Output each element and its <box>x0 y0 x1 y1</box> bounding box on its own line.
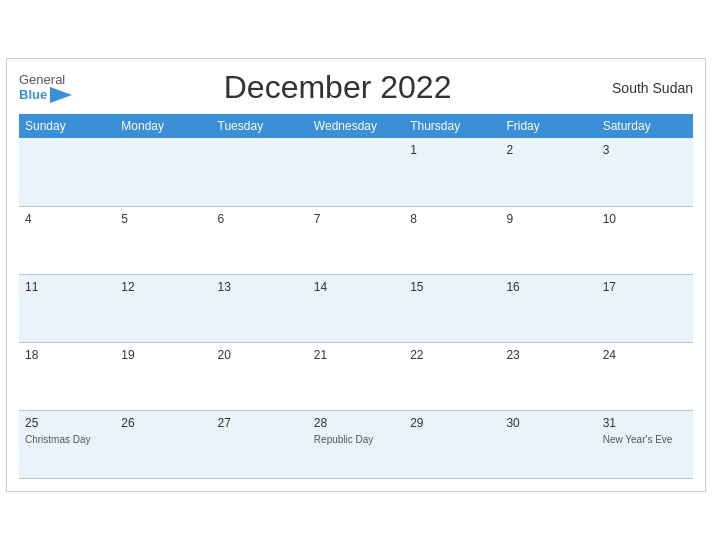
day-number: 29 <box>410 416 494 430</box>
calendar-cell: 14 <box>308 274 404 342</box>
calendar-cell: 16 <box>500 274 596 342</box>
day-number: 3 <box>603 143 687 157</box>
calendar-cell: 23 <box>500 342 596 410</box>
calendar-cell <box>308 138 404 206</box>
header-friday: Friday <box>500 114 596 138</box>
calendar-cell: 25Christmas Day <box>19 410 115 478</box>
calendar-cell: 11 <box>19 274 115 342</box>
calendar-header: General Blue December 2022 South Sudan <box>19 69 693 106</box>
header-sunday: Sunday <box>19 114 115 138</box>
calendar-cell: 7 <box>308 206 404 274</box>
holiday-label: Republic Day <box>314 433 398 446</box>
svg-marker-0 <box>50 87 72 103</box>
calendar-row: 11121314151617 <box>19 274 693 342</box>
calendar-cell: 19 <box>115 342 211 410</box>
calendar-cell: 27 <box>212 410 308 478</box>
day-number: 2 <box>506 143 590 157</box>
holiday-label: New Year's Eve <box>603 433 687 446</box>
calendar-cell: 18 <box>19 342 115 410</box>
calendar-cell: 1 <box>404 138 500 206</box>
day-number: 27 <box>218 416 302 430</box>
day-number: 23 <box>506 348 590 362</box>
weekday-header-row: Sunday Monday Tuesday Wednesday Thursday… <box>19 114 693 138</box>
day-number: 11 <box>25 280 109 294</box>
calendar-cell: 15 <box>404 274 500 342</box>
day-number: 9 <box>506 212 590 226</box>
logo: General Blue <box>19 73 72 103</box>
day-number: 12 <box>121 280 205 294</box>
calendar-row: 25Christmas Day262728Republic Day293031N… <box>19 410 693 478</box>
month-title: December 2022 <box>72 69 603 106</box>
calendar-row: 123 <box>19 138 693 206</box>
logo-flag-icon <box>50 87 72 103</box>
calendar-cell: 30 <box>500 410 596 478</box>
calendar-cell: 31New Year's Eve <box>597 410 693 478</box>
day-number: 22 <box>410 348 494 362</box>
header-monday: Monday <box>115 114 211 138</box>
calendar-cell: 28Republic Day <box>308 410 404 478</box>
day-number: 25 <box>25 416 109 430</box>
header-tuesday: Tuesday <box>212 114 308 138</box>
day-number: 17 <box>603 280 687 294</box>
day-number: 5 <box>121 212 205 226</box>
day-number: 20 <box>218 348 302 362</box>
calendar-cell: 9 <box>500 206 596 274</box>
calendar-container: General Blue December 2022 South Sudan S… <box>6 58 706 492</box>
day-number: 15 <box>410 280 494 294</box>
day-number: 13 <box>218 280 302 294</box>
day-number: 21 <box>314 348 398 362</box>
header-wednesday: Wednesday <box>308 114 404 138</box>
logo-blue-text: Blue <box>19 88 47 102</box>
calendar-cell: 21 <box>308 342 404 410</box>
day-number: 28 <box>314 416 398 430</box>
calendar-cell: 26 <box>115 410 211 478</box>
holiday-label: Christmas Day <box>25 433 109 446</box>
day-number: 30 <box>506 416 590 430</box>
calendar-cell: 10 <box>597 206 693 274</box>
header-thursday: Thursday <box>404 114 500 138</box>
calendar-cell: 6 <box>212 206 308 274</box>
calendar-cell <box>19 138 115 206</box>
calendar-cell: 4 <box>19 206 115 274</box>
calendar-cell: 12 <box>115 274 211 342</box>
day-number: 31 <box>603 416 687 430</box>
header-saturday: Saturday <box>597 114 693 138</box>
calendar-cell <box>115 138 211 206</box>
calendar-cell: 3 <box>597 138 693 206</box>
calendar-cell: 2 <box>500 138 596 206</box>
calendar-cell: 13 <box>212 274 308 342</box>
day-number: 8 <box>410 212 494 226</box>
calendar-cell: 8 <box>404 206 500 274</box>
logo-general-text: General <box>19 73 65 87</box>
calendar-cell: 20 <box>212 342 308 410</box>
day-number: 14 <box>314 280 398 294</box>
day-number: 19 <box>121 348 205 362</box>
calendar-cell: 24 <box>597 342 693 410</box>
calendar-cell <box>212 138 308 206</box>
calendar-cell: 5 <box>115 206 211 274</box>
country-label: South Sudan <box>603 80 693 96</box>
day-number: 10 <box>603 212 687 226</box>
calendar-cell: 17 <box>597 274 693 342</box>
day-number: 26 <box>121 416 205 430</box>
day-number: 4 <box>25 212 109 226</box>
day-number: 16 <box>506 280 590 294</box>
day-number: 1 <box>410 143 494 157</box>
day-number: 7 <box>314 212 398 226</box>
day-number: 24 <box>603 348 687 362</box>
calendar-cell: 22 <box>404 342 500 410</box>
calendar-table: Sunday Monday Tuesday Wednesday Thursday… <box>19 114 693 479</box>
day-number: 18 <box>25 348 109 362</box>
day-number: 6 <box>218 212 302 226</box>
calendar-cell: 29 <box>404 410 500 478</box>
calendar-row: 45678910 <box>19 206 693 274</box>
calendar-row: 18192021222324 <box>19 342 693 410</box>
